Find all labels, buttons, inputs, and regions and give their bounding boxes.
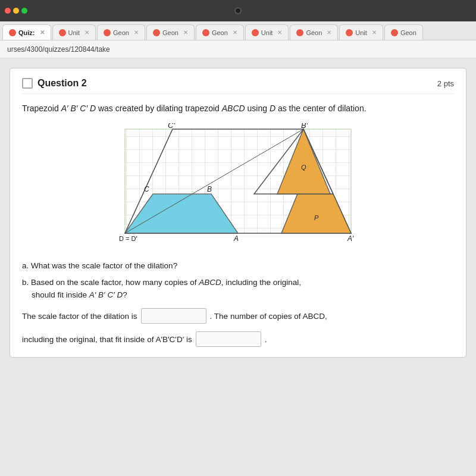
- tab-label: Unit: [261, 29, 273, 36]
- tab-close-icon[interactable]: ✕: [84, 29, 89, 36]
- tab-icon: [104, 29, 111, 36]
- answer-row-1: The scale factor of the dilation is . Th…: [22, 308, 454, 324]
- tab-unit-1[interactable]: Unit ✕: [52, 24, 96, 40]
- tab-quiz[interactable]: Quiz: ✕: [2, 24, 51, 40]
- tab-label: Unit: [355, 29, 367, 36]
- tab-close-icon[interactable]: ✕: [40, 29, 45, 36]
- label-q: Q: [301, 164, 306, 171]
- answer-text-4: .: [265, 331, 267, 347]
- tab-close-icon[interactable]: ✕: [233, 29, 237, 36]
- label-p: P: [314, 214, 319, 221]
- tabs-bar: Quiz: ✕ Unit ✕ Geon ✕ Geon ✕ Geon ✕ Unit…: [0, 21, 476, 40]
- question-card: Question 2 2 pts Trapezoid A′ B′ C′ D wa…: [10, 68, 466, 358]
- question-text: Trapezoid A′ B′ C′ D was created by dila…: [22, 102, 454, 115]
- question-number-label: Question 2: [37, 78, 87, 89]
- tab-close-icon[interactable]: ✕: [372, 29, 377, 36]
- label-b: B: [207, 185, 212, 193]
- tab-icon: [346, 29, 353, 36]
- tab-icon: [252, 29, 259, 36]
- tab-geon-1[interactable]: Geon ✕: [97, 24, 145, 40]
- address-text: urses/4300/quizzes/120844/take: [7, 45, 110, 54]
- label-c-prime: C′: [168, 123, 175, 130]
- question-text-content: Trapezoid A′ B′ C′ D was created by dila…: [22, 104, 367, 113]
- tab-icon: [202, 29, 209, 36]
- label-c: C: [144, 185, 149, 193]
- tab-close-icon[interactable]: ✕: [183, 29, 188, 36]
- answer-text-1: The scale factor of the dilation is: [22, 308, 137, 324]
- label-b-prime: B′: [301, 123, 308, 130]
- tab-label: Geon: [113, 29, 129, 36]
- tab-icon: [153, 29, 160, 36]
- sub-question-a-text: a. What was the scale factor of the dila…: [22, 261, 177, 270]
- tab-geon-2[interactable]: Geon ✕: [146, 24, 195, 40]
- diagram-container: C′ B′ C B D = D′ A A′ Q P: [22, 123, 454, 254]
- answer-text-2: . The number of copies of ABCD,: [210, 308, 327, 324]
- camera-indicator: [234, 7, 242, 14]
- close-dot[interactable]: [5, 8, 11, 14]
- tab-close-icon[interactable]: ✕: [277, 29, 282, 36]
- tab-label: Geon: [162, 29, 178, 36]
- question-header: Question 2 2 pts: [22, 78, 454, 94]
- sub-question-b-text: b. Based on the scale factor, how many c…: [22, 278, 301, 287]
- sub-question-b: b. Based on the scale factor, how many c…: [22, 277, 454, 301]
- maximize-dot[interactable]: [21, 8, 27, 14]
- tab-close-icon[interactable]: ✕: [327, 29, 331, 36]
- tab-unit-3[interactable]: Unit ✕: [339, 24, 383, 40]
- minimize-dot[interactable]: [13, 8, 19, 14]
- sub-question-a: a. What was the scale factor of the dila…: [22, 260, 454, 272]
- tab-unit-2[interactable]: Unit ✕: [245, 24, 289, 40]
- label-a: A: [233, 234, 239, 243]
- tab-icon: [391, 29, 398, 36]
- label-a-prime: A′: [347, 234, 354, 243]
- answer-text-3: including the original, that fit inside …: [22, 331, 192, 347]
- tab-label: Quiz:: [18, 29, 35, 36]
- tab-geon-4[interactable]: Geon ✕: [290, 24, 338, 40]
- tab-icon: [9, 29, 16, 36]
- sub-question-b-text2: should fit inside A′ B′ C′ D?: [32, 290, 127, 299]
- question-pts: 2 pts: [437, 79, 454, 88]
- geometry-diagram: C′ B′ C B D = D′ A A′ Q P: [113, 123, 363, 254]
- address-bar[interactable]: urses/4300/quizzes/120844/take: [0, 40, 476, 58]
- tab-label: Geon: [306, 29, 322, 36]
- tab-geon-5[interactable]: Geon: [384, 24, 423, 40]
- label-d-eq: D = D′: [119, 235, 137, 242]
- tab-label: Geon: [212, 29, 228, 36]
- tab-icon: [59, 29, 66, 36]
- tab-label: Unit: [68, 29, 80, 36]
- question-number: Question 2: [22, 78, 87, 89]
- tab-close-icon[interactable]: ✕: [134, 29, 139, 36]
- browser-top-bar: [0, 0, 476, 21]
- tab-icon: [296, 29, 303, 36]
- answer-row-2: including the original, that fit inside …: [22, 331, 454, 347]
- scale-factor-input[interactable]: [141, 308, 206, 324]
- copies-input[interactable]: [196, 331, 261, 347]
- tab-geon-3[interactable]: Geon ✕: [196, 24, 244, 40]
- tab-label: Geon: [400, 29, 416, 36]
- question-checkbox-icon: [22, 78, 33, 89]
- page-content: Question 2 2 pts Trapezoid A′ B′ C′ D wa…: [0, 58, 476, 476]
